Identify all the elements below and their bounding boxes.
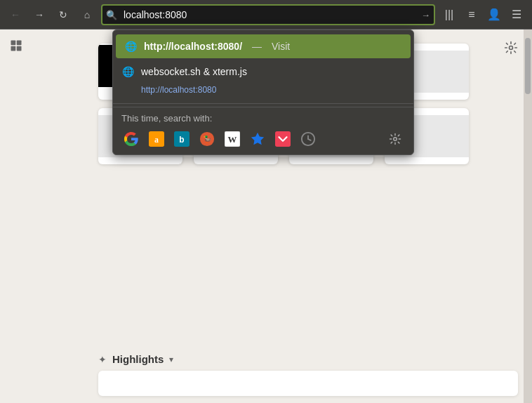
svg-rect-17 — [11, 46, 16, 51]
svg-point-13 — [394, 138, 397, 141]
reader-icon: ≡ — [468, 8, 474, 21]
main-settings-icon[interactable] — [501, 38, 521, 58]
search-engine-duckduckgo[interactable]: 🦆 — [197, 129, 217, 149]
search-engines-row: a b 🦆 W — [121, 129, 405, 149]
menu-button[interactable]: ☰ — [507, 5, 526, 25]
autocomplete-dropdown: 🌐 http://localhost:8080/ — Visit 🌐 webso… — [112, 29, 414, 155]
search-engine-amazon[interactable]: a — [147, 129, 166, 149]
account-button[interactable]: 👤 — [484, 5, 504, 25]
search-engine-bookmarks[interactable] — [248, 129, 267, 149]
svg-line-12 — [308, 139, 311, 140]
address-go-icon[interactable]: → — [421, 9, 430, 20]
svg-marker-8 — [251, 133, 264, 145]
highlights-header[interactable]: ✦ Highlights ▾ — [98, 353, 518, 365]
search-engine-history[interactable] — [298, 129, 318, 149]
autocomplete-title-2: websocket.sh & xterm.js — [141, 66, 247, 77]
scrollbar-thumb[interactable] — [525, 38, 531, 94]
search-with-label: This time, search with: — [121, 113, 405, 124]
grid-layout-icon[interactable] — [10, 39, 22, 55]
bookmarks-icon: ||| — [445, 8, 453, 21]
svg-point-14 — [510, 46, 513, 50]
back-button[interactable]: ← — [6, 5, 25, 25]
highlights-title: Highlights — [112, 353, 164, 365]
svg-text:b: b — [179, 135, 184, 145]
highlights-icon: ✦ — [98, 354, 107, 365]
browser-toolbar: ← → ↻ ⌂ 🔍 → ||| ≡ 👤 ☰ — [0, 0, 532, 29]
forward-button[interactable]: → — [29, 5, 49, 25]
svg-rect-15 — [11, 41, 16, 46]
reload-button[interactable]: ↻ — [53, 5, 73, 25]
search-engine-google[interactable] — [121, 129, 141, 149]
dropdown-divider — [113, 103, 413, 104]
bookmarks-toolbar-button[interactable]: ||| — [439, 5, 459, 25]
search-engine-pocket[interactable] — [273, 129, 293, 149]
scrollbar-track[interactable] — [524, 29, 532, 403]
highlights-chevron-icon: ▾ — [169, 355, 173, 364]
search-with-section: This time, search with: a — [113, 107, 413, 152]
home-button[interactable]: ⌂ — [77, 5, 97, 25]
autocomplete-item-2-row: 🌐 websocket.sh & xterm.js — [121, 65, 247, 78]
autocomplete-item-1[interactable]: 🌐 http://localhost:8080/ — Visit — [116, 34, 411, 58]
address-search-icon: 🔍 — [106, 9, 117, 20]
globe-icon-1: 🌐 — [124, 40, 137, 53]
svg-text:W: W — [228, 135, 237, 145]
svg-rect-9 — [275, 131, 291, 147]
search-engine-wikipedia[interactable]: W — [222, 129, 242, 149]
autocomplete-item-2[interactable]: 🌐 websocket.sh & xterm.js http://localho… — [113, 60, 413, 100]
svg-rect-18 — [17, 46, 22, 51]
autocomplete-url-2: http://localhost:8080 — [141, 85, 216, 95]
globe-icon-2: 🌐 — [121, 65, 134, 78]
search-engine-bing[interactable]: b — [172, 129, 192, 149]
highlights-content — [98, 371, 518, 396]
highlights-section: ✦ Highlights ▾ — [98, 353, 518, 396]
account-icon: 👤 — [487, 8, 501, 21]
address-input[interactable] — [101, 4, 435, 25]
toolbar-icons: ||| ≡ 👤 ☰ — [439, 5, 526, 25]
address-bar-wrapper: 🔍 → — [101, 4, 435, 25]
svg-text:a: a — [154, 135, 159, 145]
svg-text:🦆: 🦆 — [203, 135, 212, 144]
search-engine-settings-button[interactable] — [385, 129, 405, 149]
hamburger-icon: ☰ — [512, 8, 521, 21]
autocomplete-url-1: http://localhost:8080/ — [144, 41, 242, 52]
autocomplete-visit-label: Visit — [272, 41, 290, 52]
svg-rect-16 — [17, 41, 22, 46]
reader-view-button[interactable]: ≡ — [462, 5, 481, 25]
